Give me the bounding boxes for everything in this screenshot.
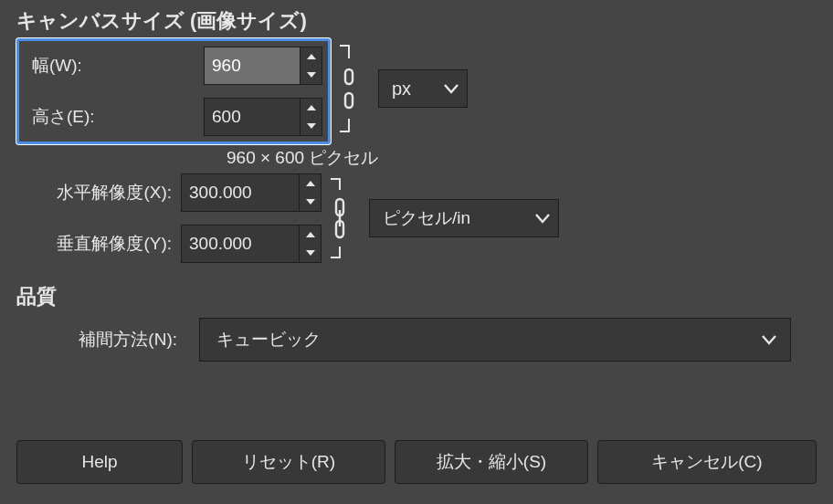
interpolation-label: 補間方法(N): <box>16 318 199 362</box>
res-y-input[interactable] <box>182 226 299 262</box>
res-x-label: 水平解像度(X): <box>16 173 181 212</box>
cancel-button[interactable]: キャンセル(C) <box>597 440 817 484</box>
height-spinner[interactable] <box>204 98 322 136</box>
res-y-step-up[interactable] <box>300 226 321 244</box>
height-step-down[interactable] <box>301 117 322 135</box>
canvas-size-title: キャンバスサイズ (画像サイズ) <box>16 7 817 35</box>
res-x-step-down[interactable] <box>300 193 321 211</box>
canvas-caption: 960 × 600 ピクセル <box>227 146 817 170</box>
resolution-chain-icon[interactable] <box>329 173 354 263</box>
width-label: 幅(W): <box>25 47 204 85</box>
canvas-unit-value: px <box>392 79 411 100</box>
reset-button[interactable]: リセット(R) <box>192 440 385 484</box>
resolution-unit-value: ピクセル/in <box>383 206 470 230</box>
quality-title: 品質 <box>16 283 817 310</box>
canvas-size-frame: 幅(W): 高さ(E): <box>16 38 331 144</box>
width-step-up[interactable] <box>301 47 322 66</box>
canvas-unit-select[interactable]: px <box>378 69 468 108</box>
chevron-down-icon <box>443 80 459 97</box>
interpolation-select[interactable]: キュービック <box>199 318 791 362</box>
scale-button[interactable]: 拡大・縮小(S) <box>395 440 588 484</box>
chevron-down-icon <box>534 210 551 226</box>
height-step-up[interactable] <box>301 99 322 117</box>
width-input[interactable] <box>205 47 300 84</box>
canvas-chain-icon[interactable] <box>338 38 364 139</box>
svg-rect-0 <box>345 69 353 84</box>
res-y-step-down[interactable] <box>300 244 321 262</box>
res-x-step-up[interactable] <box>300 174 321 193</box>
res-y-label: 垂直解像度(Y): <box>16 225 181 263</box>
res-x-spinner[interactable] <box>181 173 322 212</box>
height-input[interactable] <box>205 99 300 135</box>
help-button[interactable]: Help <box>16 440 183 484</box>
width-spinner[interactable] <box>204 47 322 85</box>
svg-rect-1 <box>345 93 353 108</box>
resolution-unit-select[interactable]: ピクセル/in <box>369 199 559 237</box>
width-step-down[interactable] <box>301 66 322 84</box>
height-label: 高さ(E): <box>25 98 204 136</box>
interpolation-value: キュービック <box>216 328 321 352</box>
chevron-down-icon <box>761 331 777 348</box>
res-y-spinner[interactable] <box>181 225 322 263</box>
res-x-input[interactable] <box>182 174 299 211</box>
